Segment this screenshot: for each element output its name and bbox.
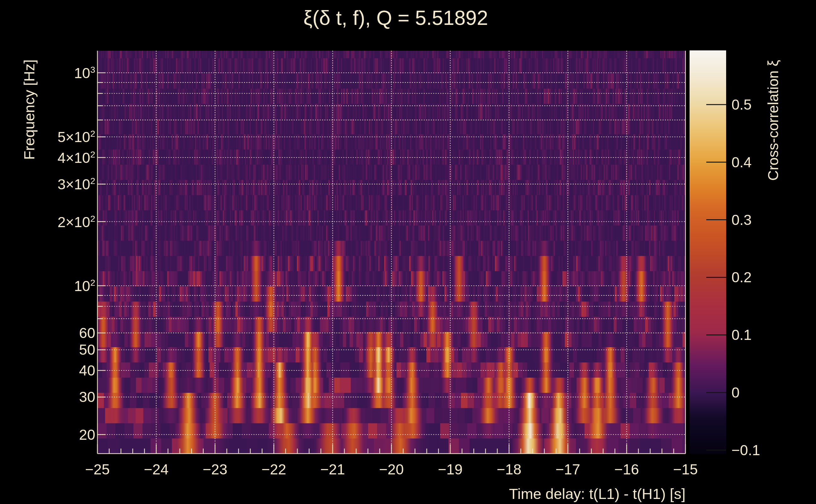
y-tick-label: 2×102 — [58, 214, 95, 229]
colorbar-tick-label: 0.5 — [732, 97, 752, 112]
y-tick-label: 20 — [79, 427, 95, 442]
x-tick-label: −18 — [497, 462, 521, 477]
colorbar-tick-label: 0 — [732, 385, 740, 400]
x-tick-label: −24 — [144, 462, 168, 477]
x-tick-label: −19 — [438, 462, 463, 477]
colorbar-tick-label: 0.4 — [732, 155, 752, 169]
x-tick-label: −15 — [673, 462, 698, 477]
y-tick-label: 60 — [79, 326, 95, 340]
y-axis-title: Frequency [Hz] — [22, 60, 37, 160]
x-tick-label: −23 — [203, 462, 227, 477]
y-tick-label-exponent: 2 — [90, 149, 95, 159]
y-tick-label-exponent: 2 — [90, 129, 95, 139]
y-tick-label: 5×102 — [58, 129, 95, 144]
labels-layer: −25−24−23−22−21−20−19−18−17−16−151035×10… — [0, 0, 816, 504]
y-tick-label: 30 — [79, 390, 95, 404]
x-tick-label: −20 — [379, 462, 404, 477]
colorbar-tick-label: −0.1 — [732, 443, 760, 457]
y-tick-label: 50 — [79, 342, 95, 357]
colorbar-tick-label: 0.3 — [732, 213, 752, 227]
colorbar-axis-title: Cross-correlation ξ — [766, 60, 780, 181]
y-tick-label-exponent: 2 — [90, 214, 95, 224]
y-tick-label: 4×102 — [58, 150, 95, 165]
y-tick-label: 40 — [79, 363, 95, 378]
colorbar-tick-label: 0.2 — [732, 270, 752, 284]
colorbar-tick-label: 0.1 — [732, 328, 752, 342]
x-tick-label: −17 — [555, 462, 580, 477]
x-tick-label: −22 — [262, 462, 286, 477]
y-tick-label: 103 — [74, 65, 95, 80]
plot-title: ξ(δ t, f), Q = 5.51892 — [303, 8, 488, 28]
x-axis-title: Time delay: t(L1) - t(H1) [s] — [509, 486, 686, 501]
x-tick-label: −16 — [614, 462, 639, 477]
x-tick-label: −25 — [85, 462, 110, 477]
y-tick-label-exponent: 3 — [90, 65, 95, 75]
y-tick-label: 102 — [74, 278, 95, 293]
x-tick-label: −21 — [320, 462, 345, 477]
y-tick-label-exponent: 2 — [90, 176, 95, 186]
y-tick-label: 3×102 — [58, 177, 95, 192]
root: −25−24−23−22−21−20−19−18−17−16−151035×10… — [0, 0, 816, 504]
y-tick-label-exponent: 2 — [90, 278, 95, 288]
